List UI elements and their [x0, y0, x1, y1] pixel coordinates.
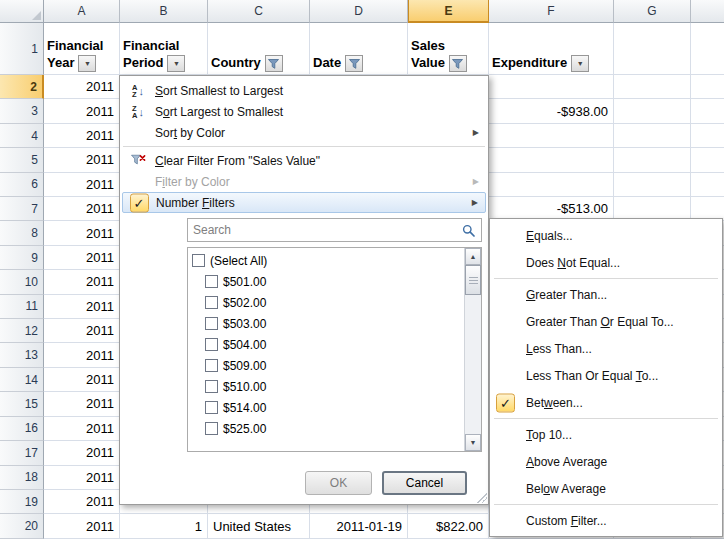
cell-A9[interactable]: 2011	[44, 246, 120, 270]
filter-button-E[interactable]	[449, 55, 467, 72]
menu-item-clear-filter-from-sales-value[interactable]: Clear Filter From "Sales Value"	[122, 150, 486, 171]
header-cell-B[interactable]: FinancialPeriod▼	[120, 23, 208, 75]
submenu-item-equals[interactable]: Equals...	[492, 222, 720, 249]
header-cell-F[interactable]: Expenditure▼	[489, 23, 614, 75]
scrollbar-thumb[interactable]	[465, 265, 481, 295]
header-cell-A[interactable]: FinancialYear▼	[44, 23, 120, 75]
cell-A18[interactable]: 2011	[44, 466, 120, 490]
cell-A16[interactable]: 2011	[44, 417, 120, 441]
menu-item-number-filters[interactable]: ✓Number Filters▶	[122, 192, 486, 213]
filter-value-select-all[interactable]: (Select All)	[188, 250, 464, 271]
cell-A7[interactable]: 2011	[44, 197, 120, 221]
submenu-item-does-not-equal[interactable]: Does Not Equal...	[492, 249, 720, 276]
menu-item-sort-by-color[interactable]: Sort by Color▶	[122, 122, 486, 143]
row-header-1[interactable]: 1	[0, 23, 44, 75]
row-header-4[interactable]: 4	[0, 124, 44, 148]
checkbox[interactable]	[205, 401, 218, 414]
header-cell-G[interactable]	[614, 23, 691, 75]
cell-G5[interactable]	[614, 148, 691, 172]
row-header-16[interactable]: 16	[0, 417, 44, 441]
cell-F2[interactable]	[489, 75, 614, 99]
column-header-G[interactable]: G	[614, 0, 691, 23]
cell-A10[interactable]: 2011	[44, 270, 120, 294]
checkbox[interactable]	[205, 296, 218, 309]
cell-G6[interactable]	[614, 173, 691, 197]
filter-value-501-00[interactable]: $501.00	[188, 271, 464, 292]
row-header-17[interactable]: 17	[0, 441, 44, 465]
checkbox[interactable]	[192, 254, 205, 267]
filter-value-525-00[interactable]: $525.00	[188, 418, 464, 439]
checkbox[interactable]	[205, 359, 218, 372]
filter-button-F[interactable]: ▼	[571, 55, 589, 72]
submenu-item-less-than[interactable]: Less Than...	[492, 335, 720, 362]
header-cell-D[interactable]: Date	[310, 23, 408, 75]
row-header-5[interactable]: 5	[0, 148, 44, 172]
row-header-6[interactable]: 6	[0, 173, 44, 197]
filter-button-D[interactable]	[345, 55, 363, 72]
row-header-18[interactable]: 18	[0, 466, 44, 490]
cell-A20[interactable]: 2011	[44, 514, 120, 538]
menu-item-sort-largest-to-smallest[interactable]: ZA↓Sort Largest to Smallest	[122, 101, 486, 122]
cell-A8[interactable]: 2011	[44, 221, 120, 245]
row-header-8[interactable]: 8	[0, 221, 44, 245]
row-header-9[interactable]: 9	[0, 246, 44, 270]
cell-E20[interactable]: $822.00	[408, 514, 489, 538]
cell-A13[interactable]: 2011	[44, 343, 120, 367]
filter-button-B[interactable]: ▼	[167, 55, 185, 72]
row-header-15[interactable]: 15	[0, 392, 44, 416]
cell-A17[interactable]: 2011	[44, 441, 120, 465]
cell-F5[interactable]	[489, 148, 614, 172]
cell-C20[interactable]: United States	[208, 514, 310, 538]
cell-G2[interactable]	[614, 75, 691, 99]
cell-B20[interactable]: 1	[120, 514, 208, 538]
row-header-11[interactable]: 11	[0, 295, 44, 319]
filter-value-504-00[interactable]: $504.00	[188, 334, 464, 355]
cell-A19[interactable]: 2011	[44, 490, 120, 514]
checkbox[interactable]	[205, 338, 218, 351]
cell-A14[interactable]: 2011	[44, 368, 120, 392]
header-cell-E[interactable]: SalesValue	[408, 23, 489, 75]
submenu-item-between[interactable]: ✓Between...	[492, 389, 720, 416]
row-header-13[interactable]: 13	[0, 343, 44, 367]
scrollbar-down-icon[interactable]: ▼	[465, 434, 481, 451]
filter-value-510-00[interactable]: $510.00	[188, 376, 464, 397]
scrollbar-up-icon[interactable]: ▲	[465, 248, 481, 265]
row-header-20[interactable]: 20	[0, 514, 44, 538]
filter-value-514-00[interactable]: $514.00	[188, 397, 464, 418]
checkbox[interactable]	[205, 422, 218, 435]
cell-A5[interactable]: 2011	[44, 148, 120, 172]
column-header-A[interactable]: A	[44, 0, 120, 23]
row-header-7[interactable]: 7	[0, 197, 44, 221]
search-input[interactable]	[188, 223, 455, 237]
submenu-item-top-10[interactable]: Top 10...	[492, 421, 720, 448]
submenu-item-above-average[interactable]: Above Average	[492, 448, 720, 475]
column-header-F[interactable]: F	[489, 0, 614, 23]
row-header-19[interactable]: 19	[0, 490, 44, 514]
ok-button[interactable]: OK	[305, 471, 372, 495]
cell-A12[interactable]: 2011	[44, 319, 120, 343]
cell-A15[interactable]: 2011	[44, 392, 120, 416]
row-header-2[interactable]: 2	[0, 75, 44, 99]
cell-A11[interactable]: 2011	[44, 295, 120, 319]
checkbox[interactable]	[205, 380, 218, 393]
filter-value-503-00[interactable]: $503.00	[188, 313, 464, 334]
cell-A2[interactable]: 2011	[44, 75, 120, 99]
menu-item-sort-smallest-to-largest[interactable]: AZ↓Sort Smallest to Largest	[122, 80, 486, 101]
cell-F3[interactable]: -$938.00	[489, 99, 614, 123]
column-header-D[interactable]: D	[310, 0, 408, 23]
column-header-B[interactable]: B	[120, 0, 208, 23]
filter-button-C[interactable]	[265, 55, 283, 72]
cell-A3[interactable]: 2011	[44, 99, 120, 123]
menu-item-filter-by-color[interactable]: Filter by Color▶	[122, 171, 486, 192]
select-all-corner[interactable]	[0, 0, 44, 23]
checkbox[interactable]	[205, 275, 218, 288]
cell-G4[interactable]	[614, 124, 691, 148]
resize-grip[interactable]	[475, 491, 487, 503]
cell-D20[interactable]: 2011-01-19	[310, 514, 408, 538]
cell-F6[interactable]	[489, 173, 614, 197]
submenu-item-less-than-or-equal-to[interactable]: Less Than Or Equal To...	[492, 362, 720, 389]
submenu-item-custom-filter[interactable]: Custom Filter...	[492, 507, 720, 534]
header-cell-C[interactable]: Country	[208, 23, 310, 75]
filter-value-502-00[interactable]: $502.00	[188, 292, 464, 313]
column-header-C[interactable]: C	[208, 0, 310, 23]
